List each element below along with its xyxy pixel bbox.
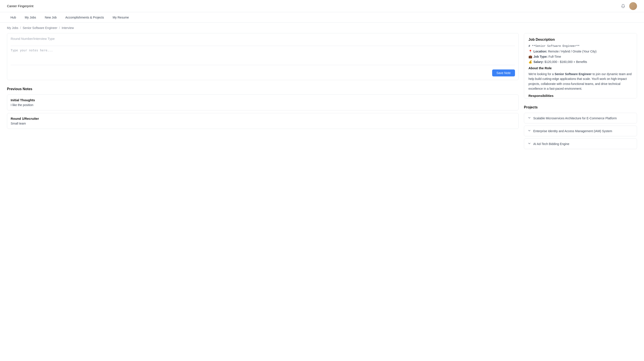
job-type-label: Job Type:	[534, 55, 548, 58]
nav-hub[interactable]: Hub	[7, 14, 20, 21]
projects-section: Projects Scalable Microservices Architec…	[524, 105, 637, 149]
right-panel: Job Description # **Senior Software Engi…	[524, 33, 637, 151]
job-description-card: Job Description # **Senior Software Engi…	[524, 33, 637, 98]
breadcrumb-sep-1: /	[20, 26, 21, 30]
job-type-icon: 💼	[528, 55, 532, 58]
job-desc-type-line: 💼 Job Type: Full-Time	[528, 55, 632, 58]
breadcrumb-my-jobs[interactable]: My Jobs	[7, 26, 18, 30]
job-desc-location-line: 📍 Location: Remote / Hybrid / Onsite (Yo…	[528, 50, 632, 53]
nav-my-resume[interactable]: My Resume	[109, 14, 132, 21]
breadcrumb-job-title[interactable]: Senior Software Engineer	[23, 26, 58, 30]
main-content: Save Note Previous Notes Initial Thought…	[0, 33, 644, 158]
about-role-title: About the Role	[528, 66, 632, 70]
about-role-text: We're looking for a Senior Software Engi…	[528, 72, 632, 91]
notification-icon[interactable]	[620, 4, 626, 9]
chevron-icon-1	[528, 129, 531, 133]
note-divider	[11, 46, 515, 46]
note-card-round1: Round 1/Recruiter Small team	[7, 113, 519, 129]
projects-title: Projects	[524, 105, 637, 109]
project-card-0[interactable]: Scalable Microservices Architecture for …	[524, 113, 637, 123]
avatar-image	[629, 2, 637, 10]
job-desc-heading: # **Senior Software Engineer**	[528, 44, 632, 48]
project-card-1[interactable]: Enterprise Identity and Access Managemen…	[524, 126, 637, 136]
header-right	[620, 2, 637, 10]
header-left: Career Fingerprint	[7, 4, 34, 8]
chevron-icon-0	[528, 116, 531, 120]
about-role-bold: Senior Software Engineer	[554, 72, 592, 76]
header: Career Fingerprint	[0, 0, 644, 12]
salary-value: $120,000 - $160,000 + Benefits	[544, 60, 587, 64]
breadcrumb-sep-2: /	[59, 26, 60, 30]
chevron-icon-2	[528, 142, 531, 146]
main-nav: Hub My Jobs New Job Accomplishments & Pr…	[0, 12, 644, 23]
note-card-content-1: Small team	[11, 122, 515, 125]
app-title: Career Fingerprint	[7, 4, 34, 8]
note-card-content-0: I like the position	[11, 103, 515, 107]
job-desc-salary-line: 💰 Salary: $120,000 - $160,000 + Benefits	[528, 60, 632, 64]
project-name-0: Scalable Microservices Architecture for …	[533, 117, 617, 120]
project-name-1: Enterprise Identity and Access Managemen…	[533, 129, 612, 133]
location-label: Location:	[534, 50, 547, 53]
note-card-title-0: Initial Thoughts	[11, 98, 515, 102]
nav-new-job[interactable]: New Job	[41, 14, 60, 21]
breadcrumb: My Jobs / Senior Software Engineer / Int…	[0, 23, 644, 33]
salary-icon: 💰	[528, 60, 532, 64]
project-name-2: AI Ad-Tech Bidding Engine	[533, 142, 569, 146]
note-form: Save Note	[7, 33, 519, 80]
job-desc-title: Job Description	[528, 38, 632, 42]
nav-accomplishments[interactable]: Accomplishments & Projects	[62, 14, 107, 21]
job-type-value: Full-Time	[548, 55, 561, 58]
project-card-2[interactable]: AI Ad-Tech Bidding Engine	[524, 139, 637, 149]
note-card-initial-thoughts: Initial Thoughts I like the position	[7, 95, 519, 110]
save-note-button[interactable]: Save Note	[492, 70, 515, 76]
note-content-input[interactable]	[11, 49, 515, 62]
nav-my-jobs[interactable]: My Jobs	[21, 14, 40, 21]
location-value: Remote / Hybrid / Onsite (Your City)	[548, 50, 596, 53]
breadcrumb-interview[interactable]: Interview	[62, 26, 74, 30]
previous-notes-section: Previous Notes Initial Thoughts I like t…	[7, 87, 519, 129]
salary-label: Salary:	[534, 60, 544, 64]
note-card-title-1: Round 1/Recruiter	[11, 117, 515, 120]
note-type-input[interactable]	[11, 37, 515, 41]
left-panel: Save Note Previous Notes Initial Thought…	[7, 33, 519, 132]
previous-notes-title: Previous Notes	[7, 87, 519, 91]
avatar[interactable]	[629, 2, 637, 10]
location-icon: 📍	[528, 50, 532, 53]
responsibilities-title: Responsibilities	[528, 94, 632, 98]
